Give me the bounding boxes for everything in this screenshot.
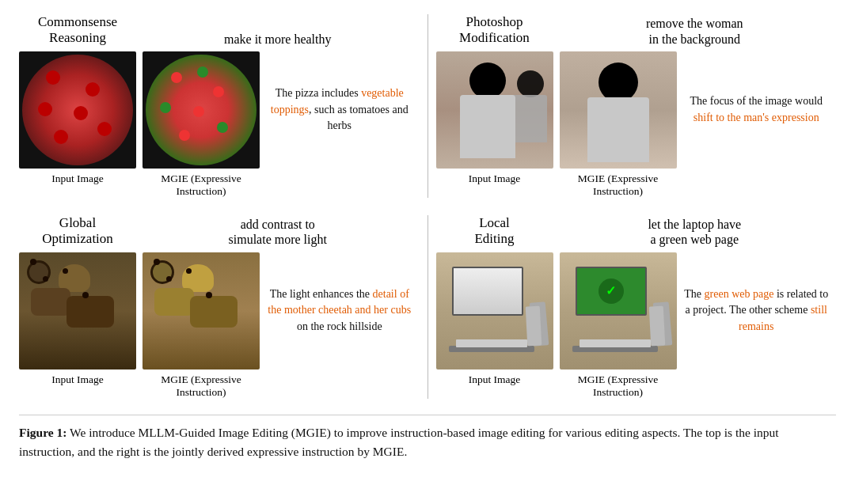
laptop-green-image: ✓ [560,252,677,369]
desc-local: The green web page is related to a proje… [677,283,837,338]
local-title-text: LocalEditing [436,215,553,248]
label-input-local: Input Image [436,373,553,399]
main-content: CommonsenseReasoning make it more health… [19,14,836,461]
panel-global: GlobalOptimization add contrast tosimula… [19,215,420,399]
cheetah-dark-image [19,252,136,369]
divider-bottom [428,215,428,399]
instr-photoshop: remove the womanin the background [553,16,837,46]
desc-photoshop-text: The focus of the image would shift to th… [681,90,831,129]
desc-local-text: The green web page is related to a proje… [681,283,831,338]
commonsense-instruction-text: make it more healthy [142,32,413,47]
label-input-global: Input Image [19,373,136,399]
figure-label: Figure 1: [19,426,66,439]
desc-commonsense: The pizza includes vegetable toppings, s… [260,82,420,137]
images-photoshop: The focus of the image would shift to th… [436,51,837,169]
highlight-cheetah: detail of the mother cheetah and her cub… [268,288,411,316]
title-commonsense: CommonsenseReasoning [19,14,136,47]
panel-photoshop: PhotoshopModification remove the womanin… [436,14,837,198]
instr-commonsense: make it more healthy [136,32,420,47]
header-photoshop: PhotoshopModification remove the womanin… [436,14,837,47]
panel-local: LocalEditing let the laptop havea green … [436,215,837,399]
desc-photoshop: The focus of the image would shift to th… [677,90,837,129]
cheetah-bright-image [142,252,260,369]
global-instruction-text: add contrast tosimulate more light [142,217,413,247]
figure-caption: Figure 1: We introduce MLLM-Guided Image… [19,415,836,461]
pizza-veggie-image [142,51,260,169]
global-title-text: GlobalOptimization [19,215,136,248]
photoshop-title-text: PhotoshopModification [436,14,553,47]
bottom-row: GlobalOptimization add contrast tosimula… [19,215,836,399]
title-global: GlobalOptimization [19,215,136,248]
highlight-still-remains: still remains [739,304,827,332]
highlight-shift: shift to the man's expression [694,112,819,123]
desc-global-text: The light enhances the detail of the mot… [264,283,415,338]
header-global: GlobalOptimization add contrast tosimula… [19,215,420,248]
panel-commonsense: CommonsenseReasoning make it more health… [19,14,420,198]
label-input-photoshop: Input Image [436,172,553,198]
header-commonsense: CommonsenseReasoning make it more health… [19,14,420,47]
images-local: ✓ The green web page is related to a pro… [436,252,837,369]
labels-commonsense: Input Image MGIE (Expressive Instruction… [19,172,420,198]
pizza-plain-image [19,51,136,169]
label-mgie-local: MGIE (Expressive Instruction) [560,373,677,399]
top-row: CommonsenseReasoning make it more health… [19,14,836,198]
desc-commonsense-text: The pizza includes vegetable toppings, s… [264,82,415,137]
instr-global: add contrast tosimulate more light [136,217,420,247]
commonsense-title-text: CommonsenseReasoning [19,14,136,47]
label-mgie-global: MGIE (Expressive Instruction) [142,373,260,399]
header-local: LocalEditing let the laptop havea green … [436,215,837,248]
highlight-green-page: green web page [705,288,774,300]
label-mgie-commonsense: MGIE (Expressive Instruction) [142,172,260,198]
instr-local: let the laptop havea green web page [553,217,837,247]
photoshop-instruction-text: remove the womanin the background [560,16,830,46]
images-commonsense: The pizza includes vegetable toppings, s… [19,51,420,169]
desc-global: The light enhances the detail of the mot… [260,283,420,338]
highlight-vegetable: vegetable toppings [271,87,404,115]
person-alone-image [560,51,677,169]
label-mgie-photoshop: MGIE (Expressive Instruction) [560,172,677,198]
caption-text: We introduce MLLM-Guided Image Editing (… [19,426,779,458]
labels-local: Input Image MGIE (Expressive Instruction… [436,373,837,399]
laptop-normal-image [436,252,553,369]
labels-global: Input Image MGIE (Expressive Instruction… [19,373,420,399]
person-bg-image [436,51,553,169]
local-instruction-text: let the laptop havea green web page [560,217,830,247]
title-photoshop: PhotoshopModification [436,14,553,47]
images-global: The light enhances the detail of the mot… [19,252,420,369]
divider-top [428,14,428,198]
title-local: LocalEditing [436,215,553,248]
labels-photoshop: Input Image MGIE (Expressive Instruction… [436,172,837,198]
label-input-commonsense: Input Image [19,172,136,198]
